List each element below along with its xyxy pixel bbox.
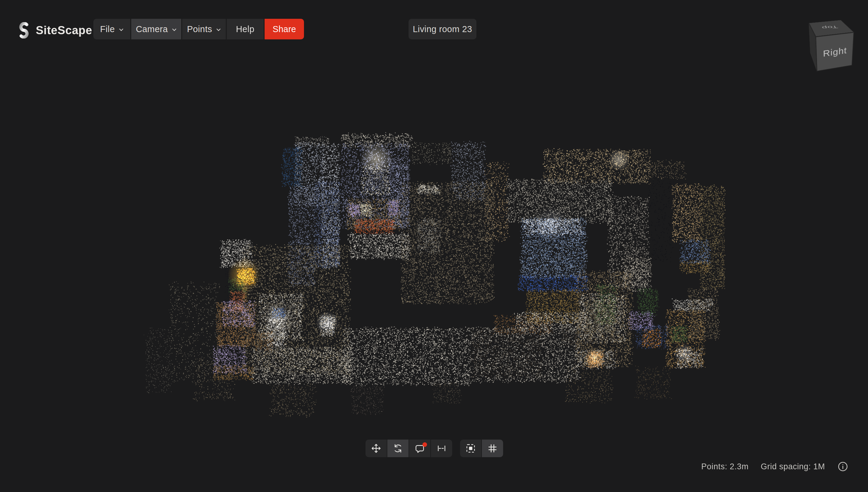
point-cloud-canvas[interactable]	[0, 0, 868, 492]
menu-camera-label: Camera	[136, 24, 168, 34]
grid-spacing: Grid spacing: 1M	[761, 462, 825, 471]
menu-help-label: Help	[236, 24, 254, 34]
project-title-label: Living room 23	[413, 24, 472, 34]
main-menu: File Camera Points Help Share	[93, 19, 304, 40]
viewport-3d	[0, 0, 868, 492]
cube-front-label: Right	[823, 45, 847, 59]
project-title[interactable]: Living room 23	[409, 19, 477, 40]
chevron-down-icon	[172, 28, 177, 31]
share-label: Share	[272, 24, 296, 34]
menu-file-button[interactable]: File	[93, 19, 130, 40]
points-count: Points: 2.3m	[701, 462, 749, 471]
viewer-toolbar	[365, 440, 503, 457]
pan-icon	[371, 443, 381, 453]
orientation-cube-body: Top Right	[812, 25, 847, 61]
pan-tool-button[interactable]	[365, 440, 387, 457]
box-select-icon	[465, 443, 476, 453]
chevron-down-icon	[216, 28, 221, 31]
menu-file-label: File	[100, 24, 115, 34]
comment-notification-dot	[423, 442, 427, 447]
app-logo: SiteScape	[17, 19, 92, 41]
orbit-icon	[393, 443, 403, 453]
cube-face-front[interactable]: Right	[816, 32, 854, 72]
orbit-tool-button[interactable]	[387, 440, 409, 457]
box-select-tool-button[interactable]	[460, 440, 481, 457]
sitescape-logo-icon	[17, 22, 31, 39]
grid-tool-button[interactable]	[482, 440, 503, 457]
comments-tool-button[interactable]	[409, 440, 430, 457]
info-icon	[837, 461, 849, 472]
measure-tool-button[interactable]	[431, 440, 452, 457]
grid-icon	[487, 443, 498, 453]
menu-camera-button[interactable]: Camera	[131, 19, 181, 40]
menu-points-label: Points	[187, 24, 212, 34]
app-name: SiteScape	[36, 24, 92, 37]
cube-top-label: Top	[821, 25, 839, 30]
select-tool-group	[460, 440, 503, 457]
nav-tool-group	[365, 440, 452, 457]
share-button[interactable]: Share	[265, 19, 304, 40]
chevron-down-icon	[119, 28, 124, 31]
menu-points-button[interactable]: Points	[182, 19, 226, 40]
status-bar: Points: 2.3m Grid spacing: 1M	[701, 460, 849, 473]
menu-help-button[interactable]: Help	[227, 19, 264, 40]
orientation-cube[interactable]: Top Right	[804, 13, 856, 71]
info-button[interactable]	[837, 461, 849, 472]
measure-icon	[436, 443, 447, 453]
